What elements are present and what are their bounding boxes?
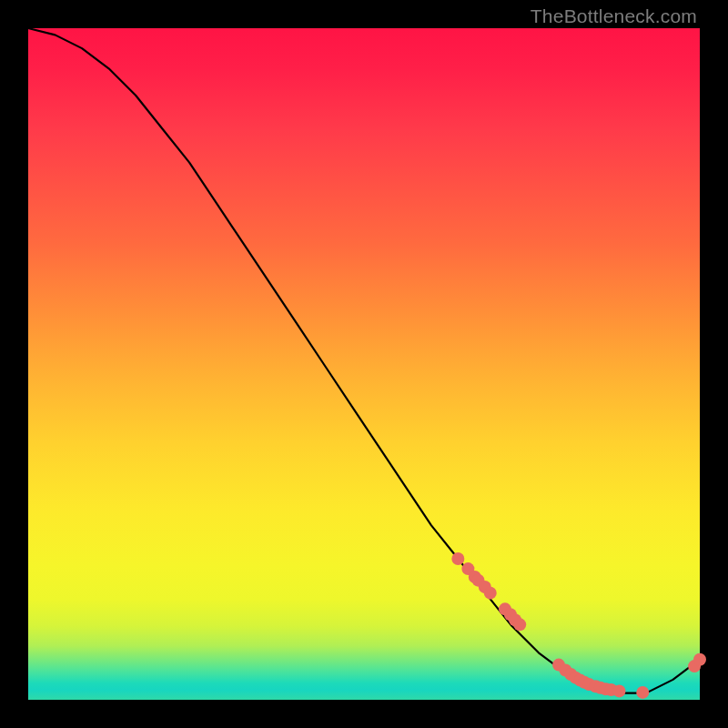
data-point — [612, 684, 625, 697]
watermark-text: TheBottleneck.com — [531, 5, 697, 27]
data-point — [484, 587, 497, 600]
data-point — [693, 653, 706, 666]
data-point — [513, 618, 526, 631]
data-point — [451, 552, 464, 565]
bottleneck-curve — [28, 28, 700, 693]
chart-overlay — [28, 28, 700, 700]
chart-frame: TheBottleneck.com — [0, 0, 728, 728]
marker-group — [451, 552, 706, 699]
data-point — [636, 686, 649, 699]
